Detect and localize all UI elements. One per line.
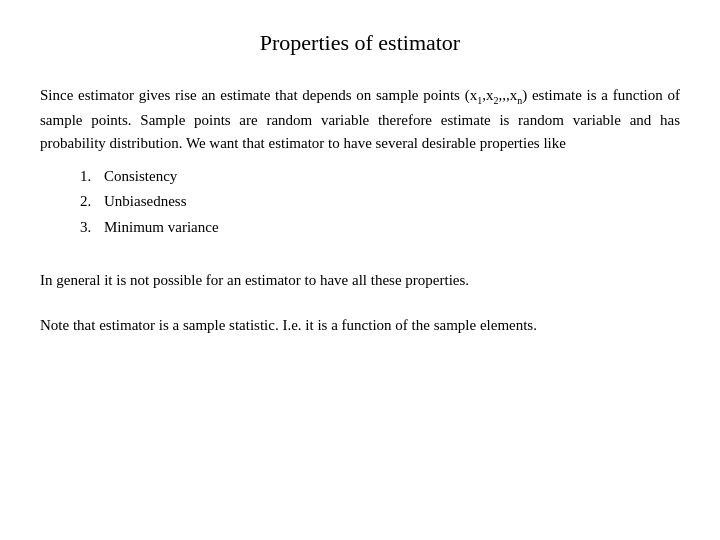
numbered-list: 1. Consistency 2. Unbiasedness 3. Minimu… xyxy=(80,165,680,241)
list-label-minimum-variance: Minimum variance xyxy=(104,216,219,239)
list-item: 3. Minimum variance xyxy=(80,216,680,239)
list-item: 2. Unbiasedness xyxy=(80,190,680,213)
intro-paragraph: Since estimator gives rise an estimate t… xyxy=(40,84,680,155)
page-title: Properties of estimator xyxy=(40,30,680,56)
sample-note: Note that estimator is a sample statisti… xyxy=(40,314,680,337)
page-container: Properties of estimator Since estimator … xyxy=(0,0,720,540)
general-note: In general it is not possible for an est… xyxy=(40,269,680,292)
list-number-3: 3. xyxy=(80,216,104,239)
list-number-1: 1. xyxy=(80,165,104,188)
list-number-2: 2. xyxy=(80,190,104,213)
intro-text-before: Since estimator gives rise an estimate t… xyxy=(40,87,680,151)
list-label-unbiasedness: Unbiasedness xyxy=(104,190,187,213)
list-label-consistency: Consistency xyxy=(104,165,177,188)
list-item: 1. Consistency xyxy=(80,165,680,188)
